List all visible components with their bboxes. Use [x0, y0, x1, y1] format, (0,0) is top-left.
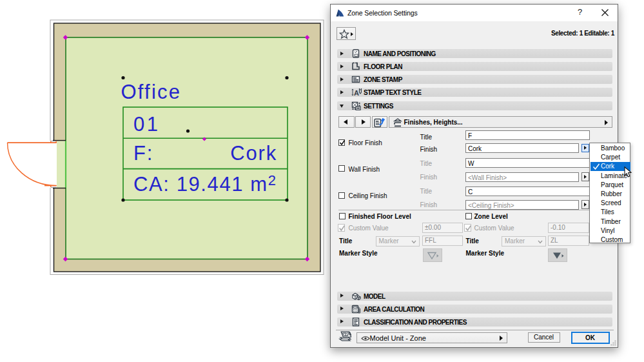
- svg-text:A: A: [354, 89, 359, 97]
- svg-text:01: 01: [133, 113, 160, 136]
- svg-text:Office: Office: [121, 81, 182, 103]
- svg-text:Cork: Cork: [230, 142, 277, 165]
- svg-text:CA: 19.441 m2: CA: 19.441 m2: [133, 172, 277, 196]
- svg-text:F:: F:: [133, 142, 153, 165]
